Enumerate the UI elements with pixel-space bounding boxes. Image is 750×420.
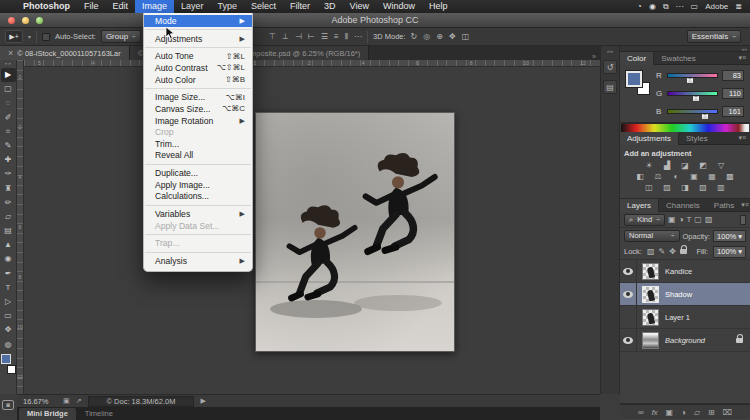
delete-layer-icon[interactable]: ⌧ (723, 408, 732, 417)
menu-item-adjustments[interactable]: Adjustments▶ (144, 33, 252, 45)
invert-icon[interactable]: ◫ (644, 183, 655, 192)
active-tool-icon[interactable]: ▶+ (5, 30, 23, 43)
tab-color[interactable]: Color (620, 52, 654, 65)
menu-help[interactable]: Help (422, 0, 455, 13)
filter-smart-object-icon[interactable]: ▧ (705, 215, 713, 224)
layer-row-layer-1[interactable]: Layer 1 (620, 306, 750, 329)
tab-overflow-icon[interactable]: » (588, 53, 600, 60)
menu-item-calculations[interactable]: Calculations... (144, 190, 252, 202)
menu-window[interactable]: Window (376, 0, 422, 13)
layer-style-icon[interactable]: fx (652, 408, 658, 417)
filter-toggle[interactable] (740, 215, 746, 225)
visibility-toggle[interactable] (620, 306, 637, 329)
threshold-icon[interactable]: ◨ (680, 183, 691, 192)
curves-icon[interactable]: ◪ (680, 161, 691, 170)
exposure-icon[interactable]: ◩ (698, 161, 709, 170)
color-balance-icon[interactable]: ⚖ (653, 172, 664, 181)
align-left-icon[interactable]: ⊣ (295, 32, 302, 42)
type-tool[interactable]: T (1, 281, 16, 295)
lock-all-icon[interactable] (680, 249, 687, 254)
menubar-display-icon[interactable]: ⧉ (663, 2, 669, 12)
distribute-center-icon[interactable]: ⫴ (345, 32, 348, 42)
dodge-tool[interactable]: ◉ (1, 252, 16, 266)
panel-menu-icon[interactable]: ▾≡ (738, 134, 750, 142)
gradient-map-icon[interactable]: ▥ (716, 183, 727, 192)
tab-mini-bridge[interactable]: Mini Bridge (19, 408, 76, 420)
eraser-tool[interactable]: ▱ (1, 210, 16, 224)
menu-item-auto-color[interactable]: Auto Color⇧⌘B (144, 74, 252, 86)
visibility-toggle[interactable] (620, 283, 637, 306)
distribute-v-icon[interactable]: ☰ (321, 32, 328, 42)
marquee-tool[interactable]: ▢ (1, 82, 16, 96)
dock-expand-icon[interactable]: «« (601, 46, 619, 54)
brush-tool[interactable]: ✑ (1, 167, 16, 181)
filter-type-icon[interactable]: T (686, 215, 691, 224)
menubar-adobe-label[interactable]: Adobe (705, 2, 728, 11)
layer-thumbnail[interactable] (642, 286, 659, 303)
new-layer-icon[interactable]: ⊞ (708, 408, 715, 417)
lock-transparency-icon[interactable]: ▨ (647, 247, 655, 256)
align-right-icon[interactable]: ⊢ (308, 32, 315, 42)
filter-shape-icon[interactable]: ▢ (694, 215, 702, 224)
status-icon-2[interactable]: ↗ (76, 397, 82, 405)
blue-value-field[interactable]: 161 (722, 106, 744, 117)
selective-color-icon[interactable]: ▧ (698, 183, 709, 192)
menu-item-apply-image[interactable]: Apply Image... (144, 179, 252, 191)
eyedropper-tool[interactable]: ✎ (1, 139, 16, 153)
layer-row-shadow[interactable]: Shadow (620, 283, 750, 306)
menu-item-trim[interactable]: Trim... (144, 138, 252, 150)
new-group-icon[interactable]: ▱ (694, 408, 700, 417)
crop-tool[interactable]: ⌗ (1, 125, 16, 139)
lock-pixels-icon[interactable]: ✎ (659, 247, 666, 256)
threed-slide-icon[interactable]: ✥ (449, 32, 456, 41)
tab-channels[interactable]: Channels (659, 199, 707, 212)
document-tab-1[interactable]: × © 08-iStock_000011057163Lar (0, 46, 130, 60)
menu-item-variables[interactable]: Variables▶ (144, 208, 252, 220)
pen-tool[interactable]: ✒ (1, 267, 16, 281)
menu-file[interactable]: File (77, 0, 106, 13)
menu-photoshop[interactable]: Photoshop (16, 0, 77, 13)
channel-mixer-icon[interactable]: ▦ (707, 172, 718, 181)
lock-position-icon[interactable]: ✥ (669, 247, 676, 256)
auto-select-dropdown[interactable]: Group÷ (101, 30, 141, 43)
foreground-color-swatch[interactable] (626, 71, 642, 87)
tab-layers[interactable]: Layers (620, 199, 659, 212)
background-color-swatch[interactable] (7, 365, 16, 374)
menu-item-image-rotation[interactable]: Image Rotation▶ (144, 115, 252, 127)
green-value-field[interactable]: 110 (722, 88, 744, 99)
menu-item-image-size[interactable]: Image Size...⌥⌘I (144, 92, 252, 104)
fill-field[interactable]: 100%▾ (713, 246, 746, 258)
canvas-area[interactable]: 5432124681012 024681012 (17, 60, 600, 394)
menu-item-reveal-all[interactable]: Reveal All (144, 150, 252, 162)
shape-tool[interactable]: ▭ (1, 309, 16, 323)
tab-paths[interactable]: Paths (707, 199, 741, 212)
red-value-field[interactable]: 83 (722, 70, 744, 81)
menu-item-analysis[interactable]: Analysis▶ (144, 255, 252, 267)
menubar-list-icon[interactable]: ≣ (735, 2, 742, 11)
layer-filter-dropdown[interactable]: ⌕Kind÷ (624, 214, 665, 226)
lasso-tool[interactable]: ◌ (1, 96, 16, 110)
workspace-switcher[interactable]: Essentials÷ (687, 30, 741, 43)
path-selection-tool[interactable]: ▷ (1, 295, 16, 309)
tab-styles[interactable]: Styles (679, 132, 715, 145)
status-icon-1[interactable]: ▣ (63, 397, 70, 405)
threed-roll-icon[interactable]: ◎ (423, 32, 430, 41)
visibility-toggle[interactable] (620, 329, 637, 352)
opacity-field[interactable]: 100%▾ (713, 230, 746, 242)
visibility-toggle[interactable] (620, 260, 637, 283)
menubar-sync-icon[interactable]: ◔ (637, 2, 642, 11)
quick-selection-tool[interactable]: ✐ (1, 111, 16, 125)
hue-saturation-icon[interactable]: ◧ (635, 172, 646, 181)
threed-orbit-icon[interactable]: ↻ (411, 32, 418, 41)
black-white-icon[interactable]: ◐ (671, 172, 682, 181)
menu-item-canvas-size[interactable]: Canvas Size...⌥⌘C (144, 103, 252, 115)
menu-3d[interactable]: 3D (317, 0, 343, 13)
healing-brush-tool[interactable]: ✚ (1, 153, 16, 167)
layer-thumbnail[interactable] (642, 309, 659, 326)
red-slider[interactable] (667, 73, 718, 78)
menu-item-auto-contrast[interactable]: Auto Contrast⌥⇧⌘L (144, 62, 252, 74)
vibrance-icon[interactable]: ▽ (716, 161, 727, 170)
document-image[interactable] (255, 112, 455, 352)
close-tab-icon[interactable]: × (8, 48, 13, 58)
threed-camera-icon[interactable]: ◫ (462, 32, 470, 41)
